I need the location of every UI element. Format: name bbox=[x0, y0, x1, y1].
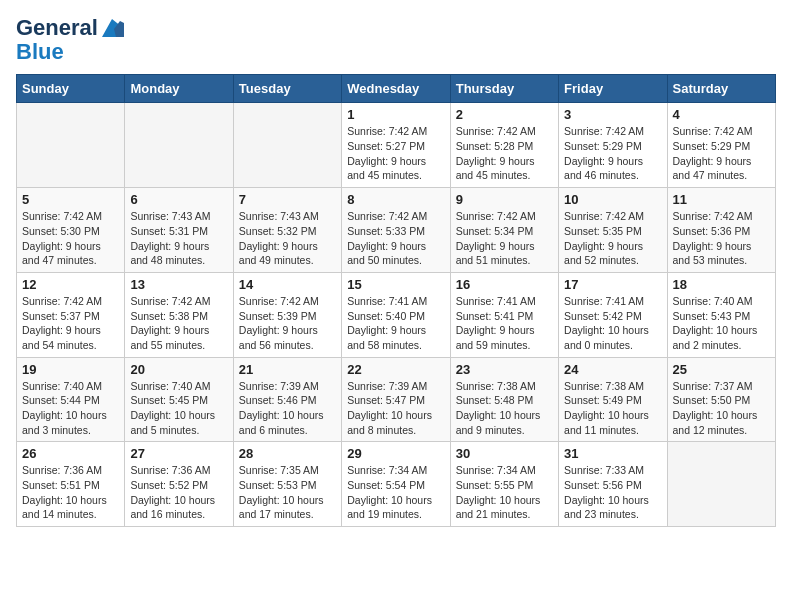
day-info: Sunrise: 7:33 AM Sunset: 5:56 PM Dayligh… bbox=[564, 463, 661, 522]
calendar-cell: 9Sunrise: 7:42 AM Sunset: 5:34 PM Daylig… bbox=[450, 188, 558, 273]
day-info: Sunrise: 7:43 AM Sunset: 5:31 PM Dayligh… bbox=[130, 209, 227, 268]
day-info: Sunrise: 7:42 AM Sunset: 5:27 PM Dayligh… bbox=[347, 124, 444, 183]
day-info: Sunrise: 7:36 AM Sunset: 5:52 PM Dayligh… bbox=[130, 463, 227, 522]
day-number: 9 bbox=[456, 192, 553, 207]
calendar-cell: 10Sunrise: 7:42 AM Sunset: 5:35 PM Dayli… bbox=[559, 188, 667, 273]
week-row-5: 26Sunrise: 7:36 AM Sunset: 5:51 PM Dayli… bbox=[17, 442, 776, 527]
day-number: 6 bbox=[130, 192, 227, 207]
day-info: Sunrise: 7:41 AM Sunset: 5:41 PM Dayligh… bbox=[456, 294, 553, 353]
day-number: 15 bbox=[347, 277, 444, 292]
week-row-4: 19Sunrise: 7:40 AM Sunset: 5:44 PM Dayli… bbox=[17, 357, 776, 442]
calendar-cell: 17Sunrise: 7:41 AM Sunset: 5:42 PM Dayli… bbox=[559, 272, 667, 357]
day-number: 27 bbox=[130, 446, 227, 461]
calendar-cell: 30Sunrise: 7:34 AM Sunset: 5:55 PM Dayli… bbox=[450, 442, 558, 527]
calendar-cell: 29Sunrise: 7:34 AM Sunset: 5:54 PM Dayli… bbox=[342, 442, 450, 527]
day-info: Sunrise: 7:42 AM Sunset: 5:28 PM Dayligh… bbox=[456, 124, 553, 183]
day-info: Sunrise: 7:42 AM Sunset: 5:34 PM Dayligh… bbox=[456, 209, 553, 268]
calendar-cell: 12Sunrise: 7:42 AM Sunset: 5:37 PM Dayli… bbox=[17, 272, 125, 357]
day-number: 23 bbox=[456, 362, 553, 377]
logo-icon bbox=[102, 19, 124, 37]
calendar-cell: 14Sunrise: 7:42 AM Sunset: 5:39 PM Dayli… bbox=[233, 272, 341, 357]
calendar-cell: 3Sunrise: 7:42 AM Sunset: 5:29 PM Daylig… bbox=[559, 103, 667, 188]
calendar-cell: 24Sunrise: 7:38 AM Sunset: 5:49 PM Dayli… bbox=[559, 357, 667, 442]
day-info: Sunrise: 7:43 AM Sunset: 5:32 PM Dayligh… bbox=[239, 209, 336, 268]
calendar-cell bbox=[667, 442, 775, 527]
day-info: Sunrise: 7:41 AM Sunset: 5:42 PM Dayligh… bbox=[564, 294, 661, 353]
day-info: Sunrise: 7:39 AM Sunset: 5:47 PM Dayligh… bbox=[347, 379, 444, 438]
day-number: 5 bbox=[22, 192, 119, 207]
day-number: 11 bbox=[673, 192, 770, 207]
day-number: 16 bbox=[456, 277, 553, 292]
calendar-cell: 2Sunrise: 7:42 AM Sunset: 5:28 PM Daylig… bbox=[450, 103, 558, 188]
day-number: 19 bbox=[22, 362, 119, 377]
day-info: Sunrise: 7:34 AM Sunset: 5:54 PM Dayligh… bbox=[347, 463, 444, 522]
day-info: Sunrise: 7:40 AM Sunset: 5:44 PM Dayligh… bbox=[22, 379, 119, 438]
day-number: 13 bbox=[130, 277, 227, 292]
day-number: 26 bbox=[22, 446, 119, 461]
day-info: Sunrise: 7:37 AM Sunset: 5:50 PM Dayligh… bbox=[673, 379, 770, 438]
day-info: Sunrise: 7:38 AM Sunset: 5:48 PM Dayligh… bbox=[456, 379, 553, 438]
weekday-header-sunday: Sunday bbox=[17, 75, 125, 103]
day-info: Sunrise: 7:35 AM Sunset: 5:53 PM Dayligh… bbox=[239, 463, 336, 522]
calendar-cell: 5Sunrise: 7:42 AM Sunset: 5:30 PM Daylig… bbox=[17, 188, 125, 273]
day-number: 28 bbox=[239, 446, 336, 461]
weekday-header-friday: Friday bbox=[559, 75, 667, 103]
day-info: Sunrise: 7:34 AM Sunset: 5:55 PM Dayligh… bbox=[456, 463, 553, 522]
week-row-2: 5Sunrise: 7:42 AM Sunset: 5:30 PM Daylig… bbox=[17, 188, 776, 273]
day-info: Sunrise: 7:42 AM Sunset: 5:30 PM Dayligh… bbox=[22, 209, 119, 268]
calendar-cell: 19Sunrise: 7:40 AM Sunset: 5:44 PM Dayli… bbox=[17, 357, 125, 442]
calendar-cell: 23Sunrise: 7:38 AM Sunset: 5:48 PM Dayli… bbox=[450, 357, 558, 442]
day-number: 12 bbox=[22, 277, 119, 292]
day-number: 7 bbox=[239, 192, 336, 207]
calendar: SundayMondayTuesdayWednesdayThursdayFrid… bbox=[16, 74, 776, 527]
logo: General Blue bbox=[16, 16, 124, 64]
calendar-cell: 11Sunrise: 7:42 AM Sunset: 5:36 PM Dayli… bbox=[667, 188, 775, 273]
day-number: 24 bbox=[564, 362, 661, 377]
week-row-3: 12Sunrise: 7:42 AM Sunset: 5:37 PM Dayli… bbox=[17, 272, 776, 357]
day-number: 30 bbox=[456, 446, 553, 461]
calendar-cell: 13Sunrise: 7:42 AM Sunset: 5:38 PM Dayli… bbox=[125, 272, 233, 357]
day-number: 18 bbox=[673, 277, 770, 292]
day-number: 21 bbox=[239, 362, 336, 377]
calendar-cell: 7Sunrise: 7:43 AM Sunset: 5:32 PM Daylig… bbox=[233, 188, 341, 273]
calendar-cell: 27Sunrise: 7:36 AM Sunset: 5:52 PM Dayli… bbox=[125, 442, 233, 527]
day-info: Sunrise: 7:36 AM Sunset: 5:51 PM Dayligh… bbox=[22, 463, 119, 522]
calendar-cell: 18Sunrise: 7:40 AM Sunset: 5:43 PM Dayli… bbox=[667, 272, 775, 357]
calendar-cell: 26Sunrise: 7:36 AM Sunset: 5:51 PM Dayli… bbox=[17, 442, 125, 527]
calendar-cell: 8Sunrise: 7:42 AM Sunset: 5:33 PM Daylig… bbox=[342, 188, 450, 273]
day-info: Sunrise: 7:42 AM Sunset: 5:33 PM Dayligh… bbox=[347, 209, 444, 268]
weekday-header-tuesday: Tuesday bbox=[233, 75, 341, 103]
day-number: 3 bbox=[564, 107, 661, 122]
calendar-cell: 28Sunrise: 7:35 AM Sunset: 5:53 PM Dayli… bbox=[233, 442, 341, 527]
calendar-cell: 21Sunrise: 7:39 AM Sunset: 5:46 PM Dayli… bbox=[233, 357, 341, 442]
day-info: Sunrise: 7:42 AM Sunset: 5:36 PM Dayligh… bbox=[673, 209, 770, 268]
calendar-cell: 22Sunrise: 7:39 AM Sunset: 5:47 PM Dayli… bbox=[342, 357, 450, 442]
day-info: Sunrise: 7:42 AM Sunset: 5:29 PM Dayligh… bbox=[673, 124, 770, 183]
calendar-cell: 6Sunrise: 7:43 AM Sunset: 5:31 PM Daylig… bbox=[125, 188, 233, 273]
day-info: Sunrise: 7:42 AM Sunset: 5:29 PM Dayligh… bbox=[564, 124, 661, 183]
calendar-cell: 15Sunrise: 7:41 AM Sunset: 5:40 PM Dayli… bbox=[342, 272, 450, 357]
calendar-cell: 16Sunrise: 7:41 AM Sunset: 5:41 PM Dayli… bbox=[450, 272, 558, 357]
day-number: 29 bbox=[347, 446, 444, 461]
weekday-header-wednesday: Wednesday bbox=[342, 75, 450, 103]
day-number: 4 bbox=[673, 107, 770, 122]
weekday-header-row: SundayMondayTuesdayWednesdayThursdayFrid… bbox=[17, 75, 776, 103]
calendar-cell bbox=[17, 103, 125, 188]
day-info: Sunrise: 7:42 AM Sunset: 5:35 PM Dayligh… bbox=[564, 209, 661, 268]
day-info: Sunrise: 7:39 AM Sunset: 5:46 PM Dayligh… bbox=[239, 379, 336, 438]
calendar-cell: 20Sunrise: 7:40 AM Sunset: 5:45 PM Dayli… bbox=[125, 357, 233, 442]
day-info: Sunrise: 7:40 AM Sunset: 5:45 PM Dayligh… bbox=[130, 379, 227, 438]
day-info: Sunrise: 7:40 AM Sunset: 5:43 PM Dayligh… bbox=[673, 294, 770, 353]
day-info: Sunrise: 7:42 AM Sunset: 5:39 PM Dayligh… bbox=[239, 294, 336, 353]
day-number: 20 bbox=[130, 362, 227, 377]
day-number: 10 bbox=[564, 192, 661, 207]
week-row-1: 1Sunrise: 7:42 AM Sunset: 5:27 PM Daylig… bbox=[17, 103, 776, 188]
logo-general-text: General bbox=[16, 16, 98, 40]
calendar-cell: 1Sunrise: 7:42 AM Sunset: 5:27 PM Daylig… bbox=[342, 103, 450, 188]
day-number: 8 bbox=[347, 192, 444, 207]
day-info: Sunrise: 7:42 AM Sunset: 5:38 PM Dayligh… bbox=[130, 294, 227, 353]
day-number: 1 bbox=[347, 107, 444, 122]
day-info: Sunrise: 7:41 AM Sunset: 5:40 PM Dayligh… bbox=[347, 294, 444, 353]
day-number: 25 bbox=[673, 362, 770, 377]
day-number: 14 bbox=[239, 277, 336, 292]
